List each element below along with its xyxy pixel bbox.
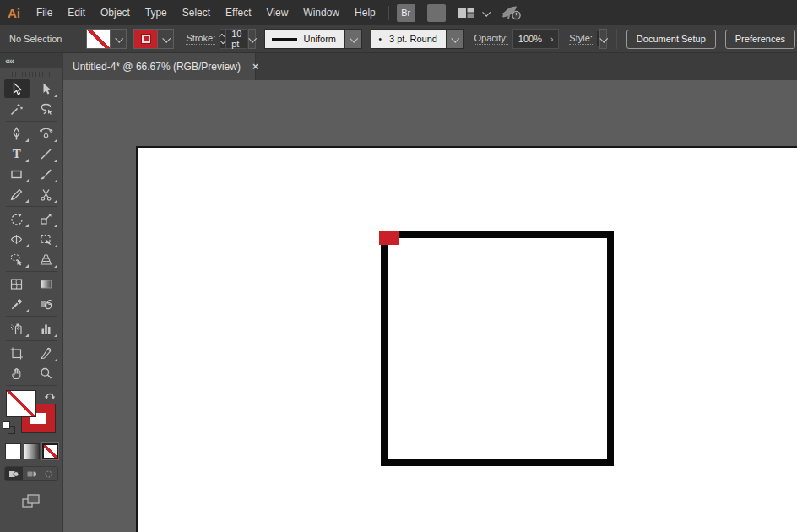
- free-transform-tool[interactable]: [33, 230, 58, 248]
- arrange-documents-icon[interactable]: [458, 6, 474, 19]
- line-segment-tool[interactable]: [33, 144, 58, 163]
- width-tool[interactable]: [4, 230, 30, 248]
- draw-inside-button[interactable]: [40, 467, 57, 480]
- default-fill-stroke-icon[interactable]: [3, 421, 15, 434]
- none-button[interactable]: [42, 443, 58, 459]
- canvas-pasteboard[interactable]: [63, 80, 797, 532]
- color-button[interactable]: [5, 443, 21, 459]
- stroke-label[interactable]: Stroke:: [186, 33, 215, 45]
- opacity-field[interactable]: 100% ›: [512, 29, 559, 49]
- menu-object[interactable]: Object: [93, 0, 138, 25]
- menu-edit[interactable]: Edit: [60, 0, 93, 25]
- pen-tool[interactable]: [4, 124, 30, 143]
- menubar-divider: [388, 6, 389, 20]
- hand-tool[interactable]: [4, 364, 30, 383]
- menu-window[interactable]: Window: [295, 0, 347, 25]
- stock-button[interactable]: [427, 4, 446, 22]
- menu-select[interactable]: Select: [175, 0, 218, 25]
- mesh-tool[interactable]: [4, 274, 30, 293]
- style-swatch[interactable]: [597, 31, 599, 46]
- stroke-chevron-icon[interactable]: [162, 34, 171, 42]
- style-label[interactable]: Style:: [569, 33, 593, 45]
- lasso-tool[interactable]: [33, 100, 58, 118]
- artboard-tool[interactable]: [4, 344, 30, 362]
- selection-status: No Selection: [9, 34, 62, 44]
- artwork-corner-marker: [379, 231, 399, 245]
- tool-separator: [6, 316, 57, 317]
- scale-tool[interactable]: [33, 209, 58, 228]
- fill-chevron-icon[interactable]: [115, 34, 123, 42]
- draw-behind-button[interactable]: [23, 467, 41, 480]
- perspective-grid-tool[interactable]: [33, 250, 58, 269]
- width-profile-value: Uniform: [303, 34, 336, 44]
- menu-type[interactable]: Type: [138, 0, 175, 25]
- preferences-button[interactable]: Preferences: [725, 30, 795, 49]
- rectangle-tool[interactable]: [4, 165, 30, 183]
- menu-view[interactable]: View: [259, 0, 296, 25]
- type-tool-glyph: T: [13, 147, 21, 161]
- blend-tool[interactable]: [33, 295, 58, 313]
- width-profile-chevron-icon[interactable]: [350, 34, 359, 42]
- symbol-sprayer-tool[interactable]: [4, 319, 30, 338]
- zoom-tool[interactable]: [33, 364, 58, 383]
- brush-dot-icon: •: [378, 35, 382, 44]
- uniform-profile-line-icon: [272, 38, 297, 41]
- tool-separator: [6, 340, 57, 341]
- menu-bar: Ai File Edit Object Type Select Effect V…: [0, 0, 797, 25]
- style-chevron-icon[interactable]: [599, 29, 607, 49]
- fill-swatch[interactable]: [6, 390, 36, 417]
- brush-chevron-icon[interactable]: [452, 34, 460, 42]
- opacity-label[interactable]: Opacity:: [474, 33, 507, 45]
- pencil-tool[interactable]: [4, 185, 30, 204]
- artwork-rectangle[interactable]: [381, 231, 614, 466]
- stroke-weight-chevron-icon[interactable]: [248, 29, 256, 49]
- gradient-tool[interactable]: [33, 274, 58, 293]
- document-tab-title: Untitled-4* @ 66.67% (RGB/Preview): [73, 61, 241, 73]
- drawing-modes: [4, 466, 58, 481]
- bridge-button[interactable]: Br: [397, 4, 415, 22]
- fill-color-control[interactable]: [86, 29, 127, 49]
- stroke-weight-field[interactable]: 10 pt: [225, 29, 247, 49]
- eyedropper-tool[interactable]: [4, 295, 30, 313]
- tools-panel-header: ««: [0, 53, 62, 68]
- paintbrush-tool[interactable]: [33, 165, 58, 183]
- gpu-performance-icon[interactable]: [501, 4, 523, 21]
- curvature-tool[interactable]: [33, 124, 58, 143]
- document-setup-button[interactable]: Document Setup: [626, 30, 716, 49]
- opacity-value: 100%: [518, 34, 542, 44]
- gradient-button[interactable]: [24, 443, 40, 459]
- control-bar: No Selection Stroke: 10 pt Uniform • 3 p…: [0, 25, 797, 53]
- draw-normal-button[interactable]: [5, 467, 23, 480]
- document-tab[interactable]: Untitled-4* @ 66.67% (RGB/Preview) ×: [63, 53, 256, 80]
- fill-stroke-cluster: [0, 389, 62, 438]
- tools-panel: «« T: [0, 53, 63, 532]
- menu-effect[interactable]: Effect: [218, 0, 258, 25]
- swap-fill-stroke-icon[interactable]: [43, 389, 58, 402]
- tools-panel-grip[interactable]: [12, 72, 51, 77]
- tool-separator: [6, 121, 57, 122]
- width-profile-dropdown[interactable]: Uniform: [264, 29, 362, 49]
- tab-close-icon[interactable]: ×: [252, 61, 258, 73]
- change-screen-mode-icon[interactable]: [0, 492, 62, 509]
- menu-help[interactable]: Help: [347, 0, 383, 25]
- control-divider: [79, 29, 79, 49]
- brush-definition-value: 3 pt. Round: [389, 34, 437, 44]
- fill-none-swatch[interactable]: [87, 30, 110, 48]
- selection-tool[interactable]: [4, 79, 30, 98]
- menu-file[interactable]: File: [29, 0, 60, 25]
- brush-definition-dropdown[interactable]: • 3 pt. Round: [371, 29, 464, 49]
- stroke-red-swatch[interactable]: [134, 30, 157, 48]
- column-graph-tool[interactable]: [33, 319, 58, 338]
- shape-builder-tool[interactable]: [4, 250, 30, 269]
- magic-wand-tool[interactable]: [4, 100, 30, 118]
- arrange-documents-chevron-icon[interactable]: [482, 8, 491, 16]
- direct-selection-tool[interactable]: [33, 79, 58, 98]
- slice-tool[interactable]: [33, 344, 58, 362]
- stroke-weight-stepper[interactable]: [220, 29, 225, 49]
- opacity-submenu-arrow-icon[interactable]: ›: [542, 35, 553, 44]
- collapse-panel-icon[interactable]: ««: [5, 56, 14, 66]
- rotate-tool[interactable]: [4, 209, 30, 228]
- stroke-color-control[interactable]: [133, 29, 174, 49]
- scissors-tool[interactable]: [33, 185, 58, 204]
- type-tool[interactable]: T: [4, 144, 30, 163]
